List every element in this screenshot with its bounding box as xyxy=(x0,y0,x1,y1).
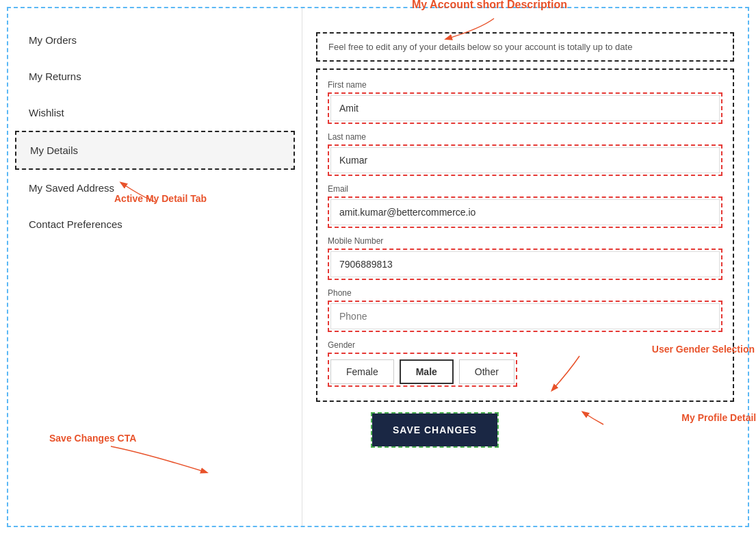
gender-other-button[interactable]: Other xyxy=(459,359,514,384)
gender-male-button[interactable]: Male xyxy=(400,359,454,384)
sidebar-item-my-returns[interactable]: My Returns xyxy=(8,58,302,94)
first-name-input-wrapper xyxy=(328,92,722,124)
last-name-group: Last name xyxy=(328,132,722,176)
gender-options-wrapper: Female Male Other xyxy=(328,353,517,387)
email-label: Email xyxy=(328,184,722,194)
phone-label: Phone xyxy=(328,288,722,298)
last-name-input-wrapper xyxy=(328,144,722,176)
last-name-input[interactable] xyxy=(330,147,720,173)
mobile-number-input[interactable] xyxy=(330,251,720,277)
sidebar-item-my-details[interactable]: My Details xyxy=(15,131,295,170)
outer-container: My Orders My Returns Wishlist My Details… xyxy=(7,7,749,527)
phone-input[interactable] xyxy=(330,303,720,329)
sidebar-item-contact-preferences[interactable]: Contact Preferences xyxy=(8,206,302,242)
active-tab-annotation: Active My Detail Tab xyxy=(114,193,207,204)
profile-details-annotation: My Profile Details xyxy=(681,412,756,423)
last-name-label: Last name xyxy=(328,132,722,142)
gender-female-button[interactable]: Female xyxy=(330,359,394,384)
gender-annotation: User Gender Selection xyxy=(652,344,755,355)
description-box: Feel free to edit any of your details be… xyxy=(316,32,734,62)
mobile-number-label: Mobile Number xyxy=(328,236,722,246)
first-name-label: First name xyxy=(328,80,722,90)
email-input-wrapper xyxy=(328,196,722,228)
main-content: My Account short Description Feel free t… xyxy=(302,8,748,526)
sidebar-item-my-orders[interactable]: My Orders xyxy=(8,22,302,58)
first-name-group: First name xyxy=(328,80,722,124)
sidebar-item-wishlist[interactable]: Wishlist xyxy=(8,94,302,131)
mobile-number-group: Mobile Number xyxy=(328,236,722,280)
account-title-annotation: My Account short Description xyxy=(412,0,567,11)
phone-input-wrapper xyxy=(328,301,722,332)
email-group: Email xyxy=(328,184,722,228)
phone-group: Phone xyxy=(328,288,722,332)
email-input[interactable] xyxy=(330,199,720,225)
gender-buttons: Female Male Other xyxy=(330,359,514,384)
mobile-number-input-wrapper xyxy=(328,249,722,280)
save-button-wrapper: SAVE CHANGES xyxy=(371,412,499,448)
save-changes-button[interactable]: SAVE CHANGES xyxy=(372,414,497,446)
sidebar: My Orders My Returns Wishlist My Details… xyxy=(8,8,302,526)
first-name-input[interactable] xyxy=(330,95,720,121)
save-changes-annotation: Save Changes CTA xyxy=(49,433,136,444)
